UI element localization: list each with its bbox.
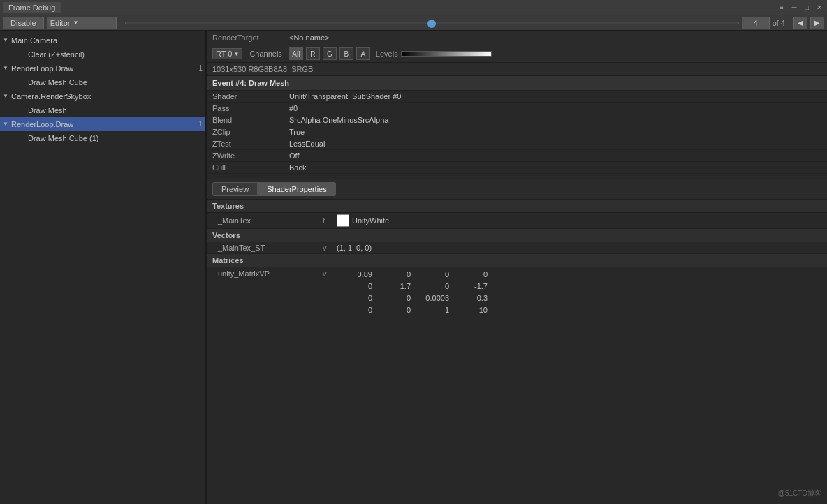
of-total-label: of 4 <box>773 19 785 27</box>
texture-maintex-value: UnityWhite <box>352 216 389 225</box>
title-bar: Frame Debug ≡ ─ □ ✕ <box>0 0 827 15</box>
prev-frame-button[interactable]: ◀ <box>793 17 807 29</box>
tab-shader-properties[interactable]: ShaderProperties <box>258 182 336 196</box>
section-textures: Textures <box>207 200 827 213</box>
channel-btn-g[interactable]: G <box>323 47 337 60</box>
next-frame-button[interactable]: ▶ <box>810 17 824 29</box>
matrix-cell-03: 0 <box>452 269 490 281</box>
sidebar-item-draw-mesh-cube-1[interactable]: Draw Mesh Cube <box>0 75 205 89</box>
matrix-cell-11: 1.7 <box>375 281 414 292</box>
sidebar-item-draw-mesh[interactable]: Draw Mesh <box>0 103 205 117</box>
sidebar-item-label: Draw Mesh Cube (1) <box>28 133 98 144</box>
title-tab[interactable]: Frame Debug <box>3 2 61 13</box>
title-bar-right: ≡ ─ □ ✕ <box>777 3 824 13</box>
matrix-cell-13: -1.7 <box>452 281 490 292</box>
rt-dropdown[interactable]: RT 0 ▼ <box>212 48 242 59</box>
title-bar-left: Frame Debug <box>3 2 61 13</box>
right-panel: RenderTarget <No name> RT 0 ▼ Channels A… <box>207 31 827 504</box>
vector-maintexst-type: v <box>323 244 337 252</box>
prop-zclip-label: ZClip <box>212 128 289 136</box>
tab-preview[interactable]: Preview <box>212 182 258 196</box>
matrix-cell-00: 0.89 <box>337 269 375 281</box>
sidebar-item-label: Draw Mesh <box>28 105 67 116</box>
rt-channels-row: RT 0 ▼ Channels All R G B A Levels <box>207 45 827 63</box>
sidebar-item-main-camera[interactable]: Main Camera <box>0 34 205 47</box>
texture-maintex-type: f <box>323 216 337 225</box>
shader-tabs-row: Preview ShaderProperties <box>207 179 827 200</box>
prop-zwrite-label: ZWrite <box>212 151 289 160</box>
triangle-icon <box>3 119 10 130</box>
main-content: Main Camera Clear (Z+stencil) RenderLoop… <box>0 31 827 504</box>
prop-blend-value: SrcAlpha OneMinusSrcAlpha <box>289 116 388 124</box>
sidebar-item-renderloop-draw-1[interactable]: RenderLoop.Draw 1 <box>0 61 205 75</box>
matrix-cell-10: 0 <box>337 281 375 292</box>
texture-maintex-preview <box>337 214 349 227</box>
prop-pass: Pass #0 <box>207 103 827 114</box>
channel-btn-a[interactable]: A <box>356 47 370 60</box>
prop-cull-label: Cull <box>212 163 289 172</box>
prop-pass-label: Pass <box>212 104 289 112</box>
matrix-cell-21: 0 <box>375 292 414 304</box>
resolution-row: 1031x530 R8G8B8A8_SRGB <box>207 63 827 76</box>
matrix-cell-12: 0 <box>414 281 452 292</box>
triangle-icon <box>3 63 10 74</box>
prop-zwrite-value: Off <box>289 151 299 160</box>
sidebar-item-label: Clear (Z+stencil) <box>28 49 85 60</box>
sidebar-item-label: RenderLoop.Draw <box>11 119 73 130</box>
section-matrices: Matrices <box>207 254 827 267</box>
matrix-cell-02: 0 <box>414 269 452 281</box>
frame-slider-track[interactable] <box>125 22 739 24</box>
channel-btn-r[interactable]: R <box>306 47 320 60</box>
sidebar-item-draw-mesh-cube-2[interactable]: Draw Mesh Cube (1) <box>0 131 205 145</box>
prop-ztest-label: ZTest <box>212 140 289 148</box>
matrix-cell-30: 0 <box>337 304 375 316</box>
sidebar-item-label: Camera.RenderSkybox <box>11 91 91 102</box>
prop-shader-label: Shader <box>212 92 289 101</box>
prop-zclip: ZClip True <box>207 126 827 138</box>
matrix-cell-31: 0 <box>375 304 414 316</box>
render-target-value: <No name> <box>289 34 329 42</box>
sidebar-item-label: Draw Mesh Cube <box>28 77 87 88</box>
editor-dropdown-label: Editor <box>50 19 71 27</box>
menu-icon[interactable]: ≡ <box>777 3 786 13</box>
close-icon[interactable]: ✕ <box>814 3 824 13</box>
sidebar-item-clear-z[interactable]: Clear (Z+stencil) <box>0 47 205 61</box>
matrix-unitymvp-name: unity_MatrixVP <box>218 269 323 278</box>
prop-shader-value: Unlit/Transparent, SubShader #0 <box>289 92 401 101</box>
channel-btn-b[interactable]: B <box>339 47 353 60</box>
sidebar-badge: 1 <box>198 63 203 74</box>
matrix-unitymvp-type: v <box>323 269 337 278</box>
texture-maintex-row: _MainTex f UnityWhite <box>207 213 827 229</box>
disable-button[interactable]: Disable <box>3 17 44 29</box>
render-target-label: RenderTarget <box>212 34 289 42</box>
triangle-icon <box>3 35 10 46</box>
triangle-icon <box>3 91 10 102</box>
prop-zclip-value: True <box>289 128 305 136</box>
dropdown-arrow-icon: ▼ <box>73 20 78 26</box>
matrix-unitymvp-values: 0.89 0 0 0 0 1.7 0 -1.7 0 0 -0.0003 0.3 … <box>337 269 490 316</box>
minimize-icon[interactable]: ─ <box>789 3 799 13</box>
resolution-text: 1031x530 R8G8B8A8_SRGB <box>212 65 313 73</box>
editor-dropdown[interactable]: Editor ▼ <box>47 17 117 29</box>
prop-cull: Cull Back <box>207 162 827 174</box>
prop-blend-label: Blend <box>212 116 289 124</box>
texture-maintex-name: _MainTex <box>218 216 323 225</box>
frame-slider-thumb[interactable] <box>427 20 436 28</box>
sidebar-item-label: Main Camera <box>11 35 57 46</box>
sidebar-item-camera-renderskybox[interactable]: Camera.RenderSkybox <box>0 89 205 103</box>
frame-value-input[interactable]: 4 <box>742 17 770 29</box>
levels-track[interactable] <box>401 51 492 57</box>
channel-btn-all[interactable]: All <box>289 47 303 60</box>
sidebar-item-renderloop-draw-2[interactable]: RenderLoop.Draw 1 <box>0 117 205 131</box>
prop-shader: Shader Unlit/Transparent, SubShader #0 <box>207 91 827 103</box>
prop-pass-value: #0 <box>289 104 298 112</box>
sidebar-item-label: RenderLoop.Draw <box>11 63 73 74</box>
matrix-unitymvp-row: unity_MatrixVP v 0.89 0 0 0 0 1.7 0 -1.7… <box>207 267 827 318</box>
vector-maintexst-name: _MainTex_ST <box>218 244 323 252</box>
section-vectors: Vectors <box>207 229 827 242</box>
matrix-cell-01: 0 <box>375 269 414 281</box>
maximize-icon[interactable]: □ <box>802 3 812 13</box>
matrix-cell-22: -0.0003 <box>414 292 452 304</box>
frame-slider-container: 4 of 4 <box>125 17 785 29</box>
rt-label: RT 0 <box>216 50 232 58</box>
